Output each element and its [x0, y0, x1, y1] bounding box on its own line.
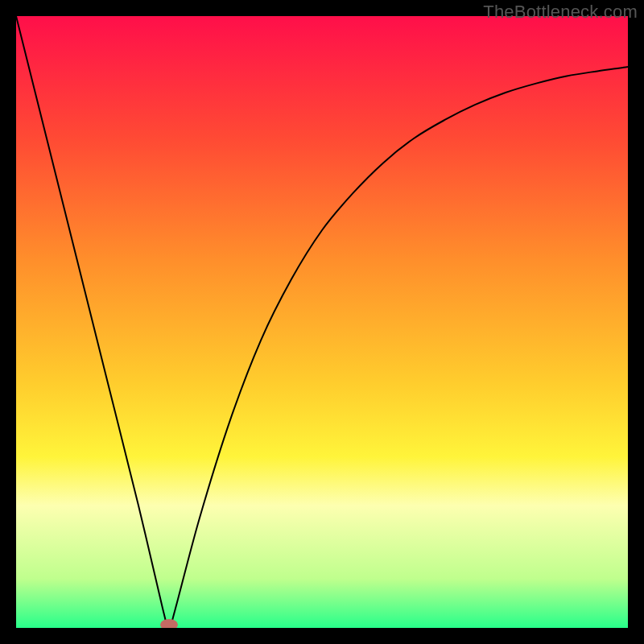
chart-svg — [0, 0, 644, 644]
attribution-label: TheBottleneck.com — [483, 2, 638, 23]
chart-root: TheBottleneck.com — [0, 0, 644, 644]
plot-background — [16, 16, 628, 628]
